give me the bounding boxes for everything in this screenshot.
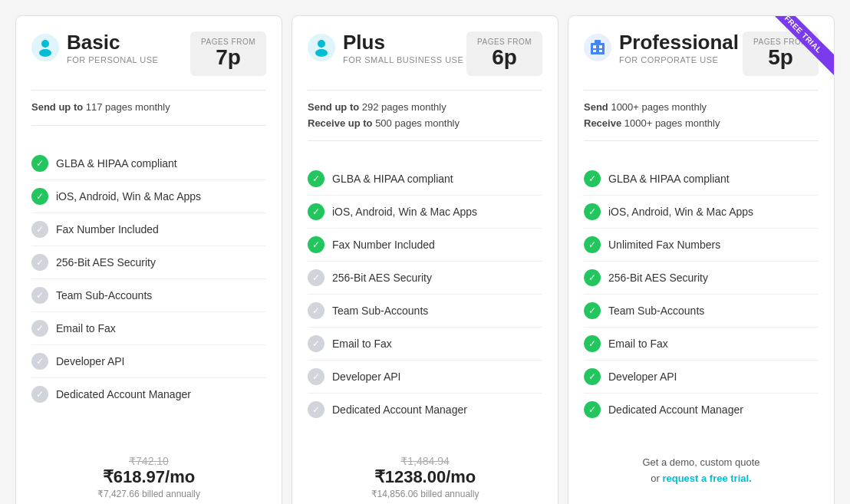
feature-label: Team Sub-Accounts xyxy=(332,305,428,317)
features-list: ✓ GLBA & HIPAA compliant ✓ iOS, Android,… xyxy=(31,147,266,433)
send-info: Send up to 292 pages monthly Receive up … xyxy=(308,100,542,132)
feature-item: ✓ Email to Fax xyxy=(584,328,819,361)
divider xyxy=(308,140,542,141)
pricing-section: ₹1,484.94 ₹1238.00/mo ₹14,856.06 billed … xyxy=(308,446,542,504)
check-active-icon: ✓ xyxy=(584,335,601,352)
free-trial-link[interactable]: request a free trial. xyxy=(662,473,751,484)
feature-label: iOS, Android, Win & Mac Apps xyxy=(608,206,753,218)
pages-value: 5p xyxy=(768,45,793,69)
feature-label: Dedicated Account Manager xyxy=(608,404,743,416)
feature-item: ✓ Email to Fax xyxy=(31,312,266,345)
divider xyxy=(584,140,819,141)
feature-label: iOS, Android, Win & Mac Apps xyxy=(332,206,477,218)
feature-label: Email to Fax xyxy=(608,338,668,350)
feature-item: ✓ GLBA & HIPAA compliant xyxy=(31,147,266,180)
feature-label: Developer API xyxy=(332,371,401,383)
plan-subtitle: FOR CORPORATE USE xyxy=(619,55,739,64)
feature-item: ✓ Developer API xyxy=(31,345,266,378)
plan-subtitle: FOR SMALL BUSINESS USE xyxy=(343,55,463,64)
svg-point-4 xyxy=(318,40,325,48)
check-active-icon: ✓ xyxy=(308,203,325,220)
plan-header: Plus FOR SMALL BUSINESS USE PAGES FROM 6… xyxy=(308,31,542,76)
plan-title-text: Plus FOR SMALL BUSINESS USE xyxy=(343,31,463,64)
plan-subtitle: FOR PERSONAL USE xyxy=(67,55,158,64)
check-inactive-icon: ✓ xyxy=(308,368,325,385)
feature-item: ✓ 256-Bit AES Security xyxy=(308,262,542,295)
svg-point-5 xyxy=(315,49,328,57)
check-inactive-icon: ✓ xyxy=(31,320,48,337)
check-inactive-icon: ✓ xyxy=(31,287,48,304)
check-active-icon: ✓ xyxy=(584,401,601,418)
plan-icon xyxy=(308,34,335,61)
feature-item: ✓ Team Sub-Accounts xyxy=(308,295,542,328)
plan-card-plus: Plus FOR SMALL BUSINESS USE PAGES FROM 6… xyxy=(292,15,558,504)
feature-label: Team Sub-Accounts xyxy=(56,289,152,301)
check-inactive-icon: ✓ xyxy=(308,335,325,352)
feature-item: ✓ GLBA & HIPAA compliant xyxy=(308,163,542,196)
price-original: ₹1,484.94 xyxy=(308,455,542,467)
check-active-icon: ✓ xyxy=(584,170,601,187)
check-active-icon: ✓ xyxy=(584,203,601,220)
feature-label: Unlimited Fax Numbers xyxy=(608,239,720,251)
feature-label: Email to Fax xyxy=(56,322,116,334)
pages-badge: PAGES FROM 7p xyxy=(190,31,266,76)
feature-label: GLBA & HIPAA compliant xyxy=(56,157,177,170)
price-current: ₹1238.00/mo xyxy=(308,467,542,487)
check-inactive-icon: ✓ xyxy=(31,254,48,271)
check-inactive-icon: ✓ xyxy=(308,269,325,286)
plan-header: Professional FOR CORPORATE USE PAGES FRO… xyxy=(584,31,819,76)
feature-item: ✓ iOS, Android, Win & Mac Apps xyxy=(308,196,542,229)
feature-item: ✓ Dedicated Account Manager xyxy=(584,394,819,426)
pages-value: 7p xyxy=(216,45,241,69)
feature-label: GLBA & HIPAA compliant xyxy=(332,173,453,185)
pricing-section: Get a demo, custom quoteor request a fre… xyxy=(584,438,819,504)
svg-rect-12 xyxy=(595,40,601,44)
check-active-icon: ✓ xyxy=(584,269,601,286)
divider xyxy=(31,125,266,126)
send-info: Send 1000+ pages monthly Receive 1000+ p… xyxy=(584,100,819,132)
plan-icon xyxy=(584,34,611,61)
feature-label: Developer API xyxy=(56,355,125,367)
feature-label: 256-Bit AES Security xyxy=(56,256,156,268)
feature-item: ✓ Team Sub-Accounts xyxy=(584,295,819,328)
price-annual: ₹7,427.66 billed annually xyxy=(31,489,266,499)
feature-item: ✓ 256-Bit AES Security xyxy=(584,262,819,295)
pricing-container: Basic FOR PERSONAL USE PAGES FROM 7p Sen… xyxy=(15,15,835,504)
feature-label: Fax Number Included xyxy=(332,239,435,251)
feature-label: 256-Bit AES Security xyxy=(608,272,708,284)
plan-name: Plus xyxy=(343,31,463,54)
check-inactive-icon: ✓ xyxy=(308,401,325,418)
check-active-icon: ✓ xyxy=(308,236,325,253)
feature-item: ✓ Developer API xyxy=(584,361,819,394)
plan-icon xyxy=(31,34,59,61)
feature-item: ✓ 256-Bit AES Security xyxy=(31,246,266,279)
feature-item: ✓ GLBA & HIPAA compliant xyxy=(584,163,819,196)
divider xyxy=(308,90,542,91)
plan-header: Basic FOR PERSONAL USE PAGES FROM 7p xyxy=(31,31,266,76)
plan-card-basic: Basic FOR PERSONAL USE PAGES FROM 7p Sen… xyxy=(15,15,282,504)
check-inactive-icon: ✓ xyxy=(31,221,48,238)
send-info: Send up to 117 pages monthly xyxy=(31,100,266,116)
feature-item: ✓ iOS, Android, Win & Mac Apps xyxy=(584,196,819,229)
features-list: ✓ GLBA & HIPAA compliant ✓ iOS, Android,… xyxy=(308,163,542,433)
svg-rect-7 xyxy=(591,43,605,54)
feature-label: Email to Fax xyxy=(332,338,392,350)
divider xyxy=(584,90,819,91)
check-active-icon: ✓ xyxy=(31,188,48,205)
plan-title-text: Basic FOR PERSONAL USE xyxy=(67,31,158,64)
feature-label: Dedicated Account Manager xyxy=(56,388,191,400)
price-current: ₹618.97/mo xyxy=(31,467,266,487)
svg-point-2 xyxy=(39,49,51,57)
feature-item: ✓ Fax Number Included xyxy=(308,229,542,262)
divider xyxy=(31,90,266,91)
feature-label: GLBA & HIPAA compliant xyxy=(608,173,730,185)
pricing-section: ₹742.10 ₹618.97/mo ₹7,427.66 billed annu… xyxy=(31,446,266,504)
check-active-icon: ✓ xyxy=(584,368,601,385)
svg-point-1 xyxy=(41,40,49,48)
svg-rect-11 xyxy=(599,50,602,52)
pages-value: 6p xyxy=(492,45,517,69)
plan-name: Basic xyxy=(67,31,158,54)
feature-label: Team Sub-Accounts xyxy=(608,305,704,317)
demo-text: Get a demo, custom quoteor request a fre… xyxy=(584,447,819,499)
plan-title-block: Professional FOR CORPORATE USE xyxy=(584,31,739,64)
